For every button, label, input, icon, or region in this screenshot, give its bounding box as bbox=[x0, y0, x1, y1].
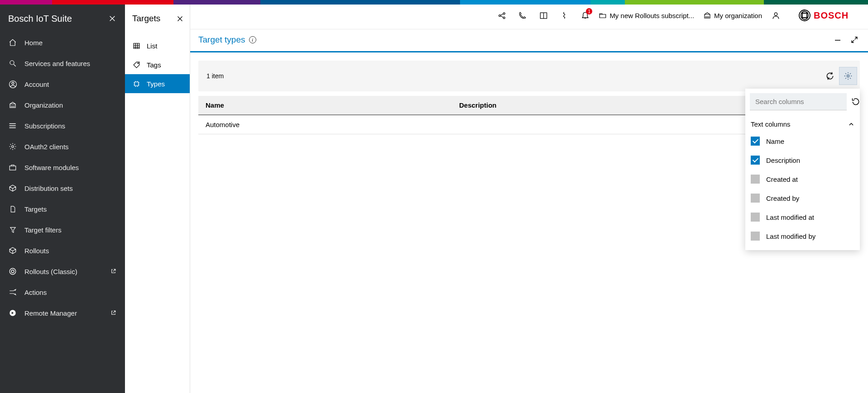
svg-point-5 bbox=[10, 268, 16, 275]
svg-point-15 bbox=[774, 13, 777, 15]
sidebar-item-label: Organization bbox=[24, 101, 63, 109]
sub-sidebar-items: ListTagsTypes bbox=[125, 36, 190, 93]
sidebar-item-target-filters[interactable]: Target filters bbox=[0, 219, 125, 240]
option-label: Created by bbox=[766, 194, 799, 202]
settings-button[interactable] bbox=[839, 67, 857, 85]
search-columns-input[interactable] bbox=[750, 93, 847, 110]
organization-selector[interactable]: My organization bbox=[703, 11, 762, 19]
checkbox[interactable] bbox=[751, 194, 760, 203]
sidebar-item-software-modules[interactable]: Software modules bbox=[0, 157, 125, 178]
svg-point-0 bbox=[10, 61, 14, 65]
organization-icon bbox=[8, 100, 17, 109]
column-option-last-modified-by[interactable]: Last modified by bbox=[750, 227, 855, 246]
svg-point-6 bbox=[11, 270, 14, 273]
sidebar-item-targets[interactable]: Targets bbox=[0, 199, 125, 219]
option-label: Description bbox=[766, 156, 800, 164]
external-link-icon bbox=[110, 310, 117, 316]
svg-point-2 bbox=[12, 82, 14, 84]
sidebar-item-label: Subscriptions bbox=[24, 122, 65, 130]
cell-name: Automotive bbox=[198, 115, 452, 134]
checkbox[interactable] bbox=[751, 232, 760, 241]
gear-icon bbox=[8, 142, 17, 151]
checkbox[interactable] bbox=[751, 213, 760, 222]
document-icon bbox=[8, 204, 17, 213]
sub-sidebar-header: Targets bbox=[125, 5, 190, 33]
sidebar-item-distribution-sets[interactable]: Distribution sets bbox=[0, 178, 125, 199]
sidebar-item-label: Rollouts (Classic) bbox=[24, 268, 77, 275]
bell-icon[interactable]: 1 bbox=[580, 11, 590, 20]
info-icon[interactable]: i bbox=[249, 36, 256, 43]
list-lines-icon bbox=[8, 121, 17, 130]
section-header-text-columns[interactable]: Text columns bbox=[750, 116, 855, 132]
sidebar-item-label: Target filters bbox=[24, 226, 62, 234]
sidebar-item-services-and-features[interactable]: Services and features bbox=[0, 53, 125, 74]
book-icon[interactable] bbox=[539, 11, 548, 20]
sidebar-item-oauth2-clients[interactable]: OAuth2 clients bbox=[0, 136, 125, 157]
sidebar-item-label: Remote Manager bbox=[24, 309, 77, 317]
filter-icon bbox=[8, 225, 17, 234]
brand-rainbow-bar bbox=[0, 0, 868, 5]
column-option-created-by[interactable]: Created by bbox=[750, 189, 855, 208]
sidebar-header: Bosch IoT Suite bbox=[0, 5, 125, 32]
svg-point-11 bbox=[499, 14, 501, 16]
column-option-created-at[interactable]: Created at bbox=[750, 170, 855, 189]
svg-point-9 bbox=[137, 62, 138, 63]
box-icon bbox=[8, 184, 17, 193]
column-option-list: NameDescriptionCreated atCreated byLast … bbox=[750, 132, 855, 246]
column-header-name[interactable]: Name bbox=[198, 96, 452, 114]
rollouts-classic-icon bbox=[8, 267, 17, 276]
sidebar-item-label: Distribution sets bbox=[24, 185, 73, 192]
toolbar: 1 item bbox=[198, 61, 860, 91]
chevron-up-icon bbox=[848, 121, 854, 128]
sub-item-list[interactable]: List bbox=[125, 36, 190, 55]
sidebar-item-rollouts[interactable]: Rollouts bbox=[0, 240, 125, 261]
option-label: Created at bbox=[766, 175, 798, 183]
sidebar-item-organization[interactable]: Organization bbox=[0, 95, 125, 115]
option-label: Last modified at bbox=[766, 213, 814, 221]
sidebar-item-actions[interactable]: Actions bbox=[0, 282, 125, 303]
subscription-selector[interactable]: My new Rollouts subscript... bbox=[599, 11, 694, 19]
share-icon[interactable] bbox=[497, 11, 506, 20]
sidebar-item-label: Software modules bbox=[24, 164, 79, 171]
sidebar-item-home[interactable]: Home bbox=[0, 32, 125, 53]
column-option-description[interactable]: Description bbox=[750, 151, 855, 170]
svg-point-18 bbox=[847, 75, 849, 77]
column-option-last-modified-at[interactable]: Last modified at bbox=[750, 208, 855, 227]
option-label: Last modified by bbox=[766, 232, 815, 240]
sidebar-item-account[interactable]: Account bbox=[0, 74, 125, 95]
tag-icon bbox=[132, 61, 140, 69]
svg-rect-10 bbox=[134, 82, 139, 86]
close-icon[interactable] bbox=[109, 15, 117, 23]
sub-item-label: Tags bbox=[147, 61, 161, 69]
page-title: Target types bbox=[198, 35, 245, 45]
column-option-name[interactable]: Name bbox=[750, 132, 855, 151]
sub-item-tags[interactable]: Tags bbox=[125, 55, 190, 74]
sub-item-types[interactable]: Types bbox=[125, 74, 190, 93]
home-icon bbox=[8, 38, 17, 47]
grid-icon bbox=[132, 42, 140, 50]
sidebar-item-remote-manager[interactable]: Remote Manager bbox=[0, 303, 125, 323]
content-header: Target types i bbox=[190, 29, 868, 52]
user-icon[interactable] bbox=[771, 11, 780, 20]
phone-icon[interactable] bbox=[518, 11, 527, 20]
svg-rect-8 bbox=[134, 43, 139, 48]
checkbox[interactable] bbox=[751, 137, 760, 146]
option-label: Name bbox=[766, 137, 784, 145]
header-icon-group: 1 bbox=[497, 11, 590, 20]
checkbox[interactable] bbox=[751, 156, 760, 165]
checkbox[interactable] bbox=[751, 175, 760, 184]
minimize-icon[interactable] bbox=[834, 36, 841, 43]
sidebar-item-label: Home bbox=[24, 39, 43, 47]
reset-icon[interactable] bbox=[851, 96, 860, 107]
sidebar-item-rollouts-classic-[interactable]: Rollouts (Classic) bbox=[0, 261, 125, 282]
sidebar-item-subscriptions[interactable]: Subscriptions bbox=[0, 115, 125, 136]
close-icon[interactable] bbox=[177, 15, 183, 22]
external-link-icon bbox=[110, 268, 117, 275]
folder-icon bbox=[599, 11, 607, 19]
main-content: 1 My new Rollouts subscript... My organi… bbox=[190, 0, 868, 393]
sub-sidebar-title: Targets bbox=[132, 14, 160, 24]
paragraph-icon[interactable] bbox=[560, 11, 569, 20]
svg-point-12 bbox=[503, 12, 505, 14]
refresh-button[interactable] bbox=[821, 67, 839, 85]
expand-icon[interactable] bbox=[851, 36, 858, 43]
